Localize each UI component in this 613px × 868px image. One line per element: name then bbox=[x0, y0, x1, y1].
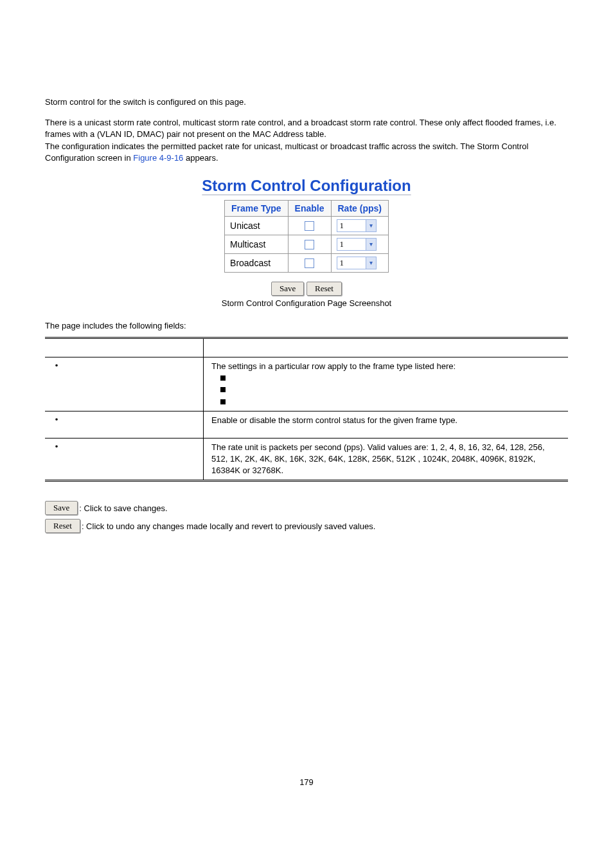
fields-row-rate: • The rate unit is packets per second (p… bbox=[45, 438, 568, 481]
frame-type-bullet-item: Multicast bbox=[220, 384, 563, 395]
col-frame-type: Frame Type bbox=[225, 200, 289, 216]
chevron-down-icon[interactable]: ▾ bbox=[366, 220, 376, 231]
fields-definition-table: • The settings in a particular row apply… bbox=[45, 337, 568, 482]
reset-button[interactable]: Reset bbox=[306, 282, 342, 296]
intro-p2c: appears. bbox=[183, 153, 218, 163]
storm-row-label: Unicast bbox=[225, 216, 289, 235]
square-bullet-icon bbox=[220, 387, 226, 392]
intro-paragraph-1: Storm control for the switch is configur… bbox=[45, 96, 568, 108]
storm-control-heading: Storm Control Configuration bbox=[45, 177, 568, 195]
reset-button-inline[interactable]: Reset bbox=[45, 519, 80, 533]
enable-checkbox-broadcast[interactable] bbox=[305, 258, 314, 268]
rate-select-broadcast[interactable]: 1 ▾ bbox=[337, 257, 377, 269]
rate-value: 1 bbox=[337, 239, 366, 249]
fields-row-frame-type: • The settings in a particular row apply… bbox=[45, 357, 568, 411]
chevron-down-icon[interactable]: ▾ bbox=[366, 239, 376, 250]
page-number: 179 bbox=[45, 777, 568, 787]
screenshot-caption: Storm Control Configuration Page Screens… bbox=[45, 298, 568, 308]
storm-row-label: Multicast bbox=[225, 235, 289, 253]
reset-desc-text: : Click to undo any changes made locally… bbox=[82, 521, 375, 531]
save-button[interactable]: Save bbox=[271, 282, 304, 296]
storm-config-table: Frame Type Enable Rate (pps) Unicast 1 ▾… bbox=[224, 200, 389, 273]
intro-p2a: There is a unicast storm rate control, m… bbox=[45, 118, 556, 139]
field-desc-text: Enable or disable the storm control stat… bbox=[211, 415, 458, 425]
bullet-icon: • bbox=[50, 442, 63, 451]
intro-paragraph-2: There is a unicast storm rate control, m… bbox=[45, 117, 568, 164]
storm-row-multicast: Multicast 1 ▾ bbox=[225, 235, 389, 253]
rate-value: 1 bbox=[337, 258, 366, 268]
enable-checkbox-multicast[interactable] bbox=[305, 240, 314, 249]
chevron-down-icon[interactable]: ▾ bbox=[366, 257, 376, 269]
save-desc-text: : Click to save changes. bbox=[79, 503, 167, 513]
figure-reference-link[interactable]: Figure 4-9-16 bbox=[133, 153, 183, 163]
rate-value: 1 bbox=[337, 221, 366, 231]
rate-select-multicast[interactable]: 1 ▾ bbox=[337, 238, 377, 251]
intro-p2b: The configuration indicates the permitte… bbox=[45, 141, 528, 163]
bullet-icon: • bbox=[50, 415, 63, 424]
fields-intro-text: The page includes the following fields: bbox=[45, 321, 568, 330]
fields-row-enable: • Enable or disable the storm control st… bbox=[45, 411, 568, 438]
rate-select-unicast[interactable]: 1 ▾ bbox=[337, 219, 377, 232]
frame-type-bullet-item: Broadcast bbox=[220, 396, 563, 408]
fields-table-header bbox=[45, 338, 568, 357]
field-desc-text: The settings in a particular row apply t… bbox=[211, 361, 456, 371]
col-enable: Enable bbox=[288, 200, 331, 216]
col-rate: Rate (pps) bbox=[331, 200, 388, 216]
bullet-icon: • bbox=[50, 361, 63, 370]
reset-action-row: Reset : Click to undo any changes made l… bbox=[45, 519, 568, 533]
square-bullet-icon bbox=[220, 375, 226, 381]
enable-checkbox-unicast[interactable] bbox=[305, 221, 314, 231]
square-bullet-icon bbox=[220, 399, 226, 404]
storm-row-broadcast: Broadcast 1 ▾ bbox=[225, 253, 389, 272]
save-action-row: Save : Click to save changes. bbox=[45, 501, 568, 515]
frame-type-bullet-item: Unicast bbox=[220, 372, 563, 384]
save-button-inline[interactable]: Save bbox=[45, 501, 78, 515]
field-desc-text: The rate unit is packets per second (pps… bbox=[211, 442, 545, 475]
storm-row-unicast: Unicast 1 ▾ bbox=[225, 216, 389, 235]
storm-row-label: Broadcast bbox=[225, 253, 289, 272]
